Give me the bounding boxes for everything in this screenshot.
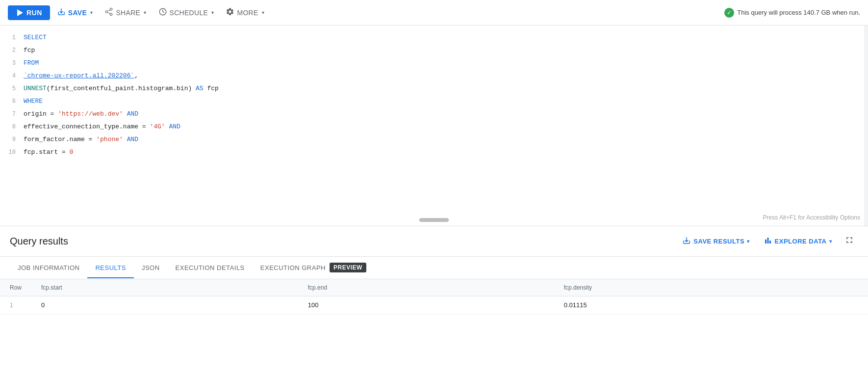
results-section: Query results SAVE RESULTS ▾ EXPLORE DAT… xyxy=(0,226,868,314)
line-content: origin = 'https://web.dev' AND xyxy=(24,108,868,121)
tab-results[interactable]: RESULTS xyxy=(87,258,134,278)
line-content: form_factor.name = 'phone' AND xyxy=(24,133,868,146)
function-token: UNNEST xyxy=(24,85,47,92)
save-results-button[interactable]: SAVE RESULTS ▾ xyxy=(677,233,754,249)
col-header-fcp-end: fcp.end xyxy=(298,279,554,296)
svg-marker-0 xyxy=(17,9,23,16)
string-token: 'phone' xyxy=(96,136,123,143)
code-line-5: 5 UNNEST(first_contentful_paint.histogra… xyxy=(0,82,868,95)
results-tabs: JOB INFORMATION RESULTS JSON EXECUTION D… xyxy=(0,257,868,279)
expand-button[interactable] xyxy=(841,233,858,249)
line-number: 1 xyxy=(0,31,24,44)
notice-text: This query will process 140.7 GB when ru… xyxy=(737,9,860,16)
line-number: 9 xyxy=(0,133,24,146)
code-line-3: 3FROM xyxy=(0,57,868,70)
save-chevron-icon: ▾ xyxy=(90,10,93,15)
string-token: '4G' xyxy=(150,123,165,130)
identifier-token: form_factor.name = xyxy=(24,136,96,143)
horizontal-scrollbar[interactable] xyxy=(419,218,449,222)
keyword-token: AND xyxy=(127,110,138,118)
col-header-fcp-start: fcp.start xyxy=(31,279,298,296)
line-number: 6 xyxy=(0,95,24,108)
keyword-token: WHERE xyxy=(24,98,43,105)
line-content: SELECT xyxy=(24,31,868,44)
tab-job-information[interactable]: JOB INFORMATION xyxy=(10,258,87,278)
explore-data-icon xyxy=(764,236,772,246)
run-button[interactable]: RUN xyxy=(8,5,50,20)
line-number: 3 xyxy=(0,57,24,70)
line-number: 7 xyxy=(0,108,24,121)
explore-data-button[interactable]: EXPLORE DATA ▾ xyxy=(759,233,837,249)
tab-execution-details[interactable]: EXECUTION DETAILS xyxy=(168,258,253,278)
keyword-token: AND xyxy=(169,123,180,130)
more-chevron-icon: ▾ xyxy=(262,10,264,15)
tab-json[interactable]: JSON xyxy=(134,258,168,278)
code-line-8: 8 effective_connection_type.name = '4G' … xyxy=(0,121,868,133)
identifier-token: (first_contentful_paint.histogram.bin) xyxy=(47,85,196,92)
tab-execution-graph[interactable]: EXECUTION GRAPH PREVIEW xyxy=(253,257,374,279)
save-results-icon xyxy=(682,236,691,246)
save-results-label: SAVE RESULTS xyxy=(693,238,744,245)
schedule-icon xyxy=(158,7,167,18)
schedule-button[interactable]: SCHEDULE ▾ xyxy=(153,4,219,21)
table-row: 101000.01115 xyxy=(0,296,868,314)
code-line-7: 7 origin = 'https://web.dev' AND xyxy=(0,108,868,121)
results-header: Query results SAVE RESULTS ▾ EXPLORE DAT… xyxy=(0,226,868,257)
table-header-row: Row fcp.start fcp.end fcp.density xyxy=(0,279,868,296)
keyword-token: AS xyxy=(196,85,204,92)
line-number: 10 xyxy=(0,146,24,159)
line-number: 4 xyxy=(0,70,24,82)
more-button[interactable]: MORE ▾ xyxy=(221,4,269,21)
line-content: WHERE xyxy=(24,95,868,108)
schedule-label: SCHEDULE xyxy=(170,9,208,17)
line-content: fcp xyxy=(24,44,868,57)
line-content: FROM xyxy=(24,57,868,70)
col-header-row: Row xyxy=(0,279,31,296)
save-label: SAVE xyxy=(68,9,87,17)
line-number: 5 xyxy=(0,82,24,95)
identifier-token xyxy=(123,136,127,143)
gear-icon xyxy=(226,7,234,18)
query-notice: ✓ This query will process 140.7 GB when … xyxy=(724,8,860,18)
table-cell: 100 xyxy=(298,296,554,314)
schedule-chevron-icon: ▾ xyxy=(211,10,214,15)
results-actions: SAVE RESULTS ▾ EXPLORE DATA ▾ xyxy=(677,233,858,249)
line-content: effective_connection_type.name = '4G' AN… xyxy=(24,121,868,133)
check-icon: ✓ xyxy=(724,8,734,18)
share-icon xyxy=(104,7,113,18)
share-label: SHARE xyxy=(116,9,140,17)
run-label: RUN xyxy=(26,9,42,17)
play-icon xyxy=(16,9,24,17)
table-cell: 0 xyxy=(31,296,298,314)
more-label: MORE xyxy=(237,9,258,17)
identifier-token: origin = xyxy=(24,110,58,118)
code-line-2: 2 fcp xyxy=(0,44,868,57)
code-editor[interactable]: 1SELECT2 fcp3FROM4`chrome-ux-report.all.… xyxy=(0,25,868,165)
save-button[interactable]: SAVE ▾ xyxy=(52,4,98,21)
identifier-token: , xyxy=(134,72,138,79)
string-token: 'https://web.dev' xyxy=(58,110,123,118)
results-title: Query results xyxy=(10,236,677,247)
line-content: fcp.start = 0 xyxy=(24,146,868,159)
save-icon xyxy=(57,7,66,18)
string-token: 0 xyxy=(70,148,74,156)
identifier-token: fcp.start = xyxy=(24,148,70,156)
editor-area[interactable]: 1SELECT2 fcp3FROM4`chrome-ux-report.all.… xyxy=(0,25,868,226)
code-line-1: 1SELECT xyxy=(0,31,868,44)
share-button[interactable]: SHARE ▾ xyxy=(100,4,151,21)
vertical-scrollbar[interactable] xyxy=(864,25,868,226)
keyword-token: FROM xyxy=(24,59,39,67)
line-content: `chrome-ux-report.all.202206`, xyxy=(24,70,868,82)
line-content: UNNEST(first_contentful_paint.histogram.… xyxy=(24,82,868,95)
keyword-token: SELECT xyxy=(24,34,47,41)
share-chevron-icon: ▾ xyxy=(144,10,146,15)
code-line-10: 10 fcp.start = 0 xyxy=(0,146,868,159)
col-header-fcp-density: fcp.density xyxy=(554,279,868,296)
save-results-chevron-icon: ▾ xyxy=(747,239,750,244)
results-table: Row fcp.start fcp.end fcp.density 101000… xyxy=(0,279,868,314)
identifier-token: fcp xyxy=(204,85,219,92)
code-line-9: 9 form_factor.name = 'phone' AND xyxy=(0,133,868,146)
identifier-token: fcp xyxy=(24,47,35,54)
table-cell: 1 xyxy=(0,296,31,314)
line-number: 2 xyxy=(0,44,24,57)
